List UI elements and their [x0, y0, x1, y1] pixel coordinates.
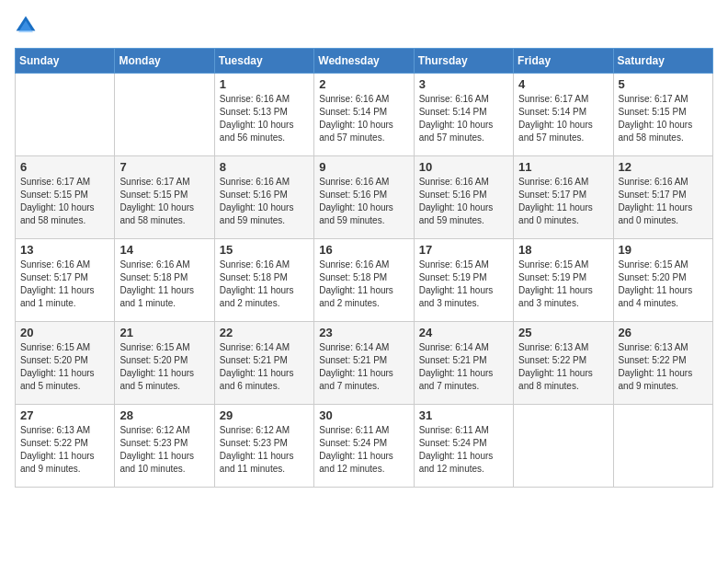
day-number: 3	[419, 77, 508, 91]
calendar-cell: 13Sunrise: 6:16 AM Sunset: 5:17 PM Dayli…	[16, 239, 115, 322]
day-number: 7	[119, 160, 209, 174]
weekday-header-saturday: Saturday	[613, 49, 712, 74]
calendar-cell: 31Sunrise: 6:11 AM Sunset: 5:24 PM Dayli…	[414, 405, 513, 488]
day-info: Sunrise: 6:16 AM Sunset: 5:18 PM Dayligh…	[220, 259, 309, 310]
calendar-cell: 4Sunrise: 6:17 AM Sunset: 5:14 PM Daylig…	[514, 74, 613, 156]
page-header	[15, 15, 713, 37]
calendar-cell: 8Sunrise: 6:16 AM Sunset: 5:16 PM Daylig…	[214, 156, 313, 239]
day-number: 30	[319, 408, 408, 422]
calendar-cell: 25Sunrise: 6:13 AM Sunset: 5:22 PM Dayli…	[514, 322, 613, 405]
calendar-cell: 15Sunrise: 6:16 AM Sunset: 5:18 PM Dayli…	[214, 239, 313, 322]
day-number: 11	[518, 160, 608, 174]
day-number: 1	[220, 77, 309, 91]
day-info: Sunrise: 6:13 AM Sunset: 5:22 PM Dayligh…	[518, 341, 608, 393]
calendar-cell: 19Sunrise: 6:15 AM Sunset: 5:20 PM Dayli…	[613, 239, 712, 322]
day-info: Sunrise: 6:16 AM Sunset: 5:14 PM Dayligh…	[319, 93, 408, 144]
day-number: 9	[319, 160, 408, 174]
day-info: Sunrise: 6:15 AM Sunset: 5:19 PM Dayligh…	[419, 259, 508, 310]
day-number: 18	[518, 243, 608, 257]
calendar-cell: 1Sunrise: 6:16 AM Sunset: 5:13 PM Daylig…	[214, 74, 313, 156]
day-number: 14	[119, 243, 209, 257]
day-info: Sunrise: 6:14 AM Sunset: 5:21 PM Dayligh…	[419, 341, 508, 393]
day-number: 21	[119, 326, 209, 339]
calendar-cell	[514, 405, 613, 488]
day-info: Sunrise: 6:12 AM Sunset: 5:23 PM Dayligh…	[119, 424, 209, 476]
day-info: Sunrise: 6:13 AM Sunset: 5:22 PM Dayligh…	[20, 424, 109, 476]
calendar-cell: 21Sunrise: 6:15 AM Sunset: 5:20 PM Dayli…	[115, 322, 214, 405]
weekday-header-wednesday: Wednesday	[314, 49, 414, 74]
day-info: Sunrise: 6:13 AM Sunset: 5:22 PM Dayligh…	[619, 341, 708, 393]
day-info: Sunrise: 6:17 AM Sunset: 5:15 PM Dayligh…	[619, 93, 708, 144]
day-info: Sunrise: 6:17 AM Sunset: 5:15 PM Dayligh…	[20, 176, 109, 227]
calendar-cell: 16Sunrise: 6:16 AM Sunset: 5:18 PM Dayli…	[314, 239, 414, 322]
calendar-cell: 17Sunrise: 6:15 AM Sunset: 5:19 PM Dayli…	[414, 239, 513, 322]
day-info: Sunrise: 6:16 AM Sunset: 5:16 PM Dayligh…	[220, 176, 309, 227]
calendar-cell: 10Sunrise: 6:16 AM Sunset: 5:16 PM Dayli…	[414, 156, 513, 239]
calendar-cell: 2Sunrise: 6:16 AM Sunset: 5:14 PM Daylig…	[314, 74, 414, 156]
day-number: 28	[119, 408, 209, 422]
day-number: 22	[220, 326, 309, 339]
day-number: 27	[20, 408, 109, 422]
day-number: 12	[619, 160, 708, 174]
day-info: Sunrise: 6:16 AM Sunset: 5:18 PM Dayligh…	[319, 259, 408, 310]
calendar-cell: 14Sunrise: 6:16 AM Sunset: 5:18 PM Dayli…	[115, 239, 214, 322]
calendar-cell: 26Sunrise: 6:13 AM Sunset: 5:22 PM Dayli…	[613, 322, 712, 405]
day-number: 10	[419, 160, 508, 174]
day-info: Sunrise: 6:16 AM Sunset: 5:17 PM Dayligh…	[619, 176, 708, 227]
day-number: 4	[518, 77, 608, 91]
day-number: 26	[619, 326, 708, 339]
calendar-cell	[613, 405, 712, 488]
calendar-cell: 5Sunrise: 6:17 AM Sunset: 5:15 PM Daylig…	[613, 74, 712, 156]
day-info: Sunrise: 6:16 AM Sunset: 5:14 PM Dayligh…	[419, 93, 508, 144]
calendar-table: SundayMondayTuesdayWednesdayThursdayFrid…	[15, 48, 713, 488]
day-info: Sunrise: 6:14 AM Sunset: 5:21 PM Dayligh…	[220, 341, 309, 393]
day-number: 13	[20, 243, 109, 257]
weekday-header-friday: Friday	[514, 49, 613, 74]
day-info: Sunrise: 6:12 AM Sunset: 5:23 PM Dayligh…	[220, 424, 309, 476]
day-info: Sunrise: 6:17 AM Sunset: 5:14 PM Dayligh…	[518, 93, 608, 144]
day-number: 15	[220, 243, 309, 257]
weekday-header-thursday: Thursday	[414, 49, 513, 74]
day-info: Sunrise: 6:15 AM Sunset: 5:19 PM Dayligh…	[518, 259, 608, 310]
day-info: Sunrise: 6:16 AM Sunset: 5:18 PM Dayligh…	[119, 259, 209, 310]
weekday-header-monday: Monday	[115, 49, 214, 74]
calendar-cell: 27Sunrise: 6:13 AM Sunset: 5:22 PM Dayli…	[16, 405, 115, 488]
day-number: 24	[419, 326, 508, 339]
calendar-cell: 24Sunrise: 6:14 AM Sunset: 5:21 PM Dayli…	[414, 322, 513, 405]
day-info: Sunrise: 6:15 AM Sunset: 5:20 PM Dayligh…	[20, 341, 109, 393]
calendar-cell: 30Sunrise: 6:11 AM Sunset: 5:24 PM Dayli…	[314, 405, 414, 488]
calendar-cell: 22Sunrise: 6:14 AM Sunset: 5:21 PM Dayli…	[214, 322, 313, 405]
calendar-cell	[16, 74, 115, 156]
day-number: 31	[419, 408, 508, 422]
day-number: 6	[20, 160, 109, 174]
day-info: Sunrise: 6:16 AM Sunset: 5:17 PM Dayligh…	[20, 259, 109, 310]
day-number: 2	[319, 77, 408, 91]
logo	[15, 15, 40, 37]
day-number: 16	[319, 243, 408, 257]
day-info: Sunrise: 6:15 AM Sunset: 5:20 PM Dayligh…	[619, 259, 708, 310]
calendar-cell: 9Sunrise: 6:16 AM Sunset: 5:16 PM Daylig…	[314, 156, 414, 239]
calendar-cell: 23Sunrise: 6:14 AM Sunset: 5:21 PM Dayli…	[314, 322, 414, 405]
day-number: 25	[518, 326, 608, 339]
calendar-cell: 20Sunrise: 6:15 AM Sunset: 5:20 PM Dayli…	[16, 322, 115, 405]
calendar-cell: 18Sunrise: 6:15 AM Sunset: 5:19 PM Dayli…	[514, 239, 613, 322]
day-number: 8	[220, 160, 309, 174]
weekday-header-sunday: Sunday	[16, 49, 115, 74]
day-info: Sunrise: 6:14 AM Sunset: 5:21 PM Dayligh…	[319, 341, 408, 393]
day-number: 5	[619, 77, 708, 91]
day-info: Sunrise: 6:11 AM Sunset: 5:24 PM Dayligh…	[419, 424, 508, 476]
day-number: 20	[20, 326, 109, 339]
calendar-cell	[115, 74, 214, 156]
day-info: Sunrise: 6:16 AM Sunset: 5:16 PM Dayligh…	[319, 176, 408, 227]
day-info: Sunrise: 6:16 AM Sunset: 5:17 PM Dayligh…	[518, 176, 608, 227]
logo-icon	[15, 15, 37, 37]
calendar-cell: 29Sunrise: 6:12 AM Sunset: 5:23 PM Dayli…	[214, 405, 313, 488]
day-number: 19	[619, 243, 708, 257]
weekday-header-tuesday: Tuesday	[214, 49, 313, 74]
calendar-cell: 7Sunrise: 6:17 AM Sunset: 5:15 PM Daylig…	[115, 156, 214, 239]
calendar-cell: 12Sunrise: 6:16 AM Sunset: 5:17 PM Dayli…	[613, 156, 712, 239]
day-info: Sunrise: 6:17 AM Sunset: 5:15 PM Dayligh…	[119, 176, 209, 227]
day-info: Sunrise: 6:16 AM Sunset: 5:13 PM Dayligh…	[220, 93, 309, 144]
day-number: 29	[220, 408, 309, 422]
calendar-cell: 28Sunrise: 6:12 AM Sunset: 5:23 PM Dayli…	[115, 405, 214, 488]
